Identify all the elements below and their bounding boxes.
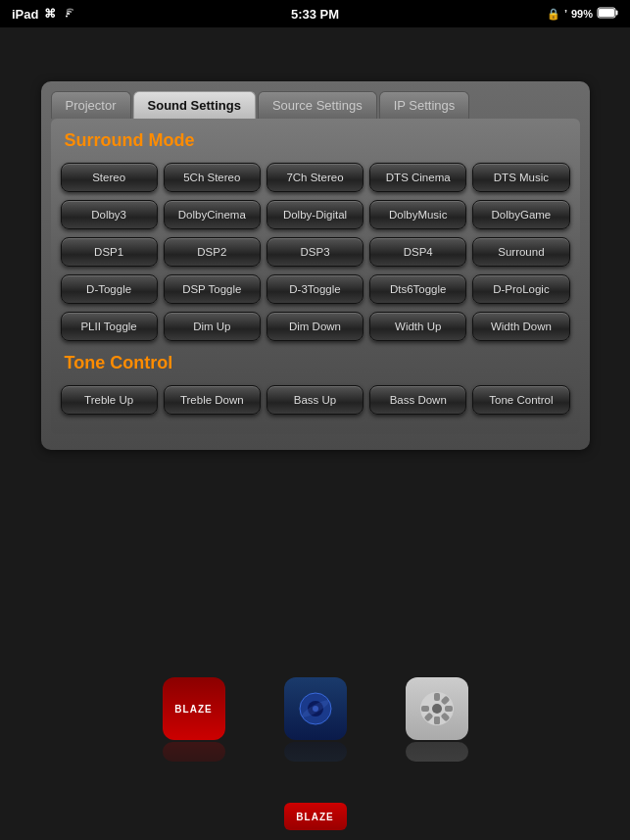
btn-bass-down[interactable]: Bass Down — [369, 385, 466, 415]
btn-bass-up[interactable]: Bass Up — [267, 385, 363, 415]
status-bar: iPad ⌘ 5:33 PM 🔒 ’ 99% — [0, 0, 630, 27]
status-right: 🔒 ’ 99% — [547, 7, 618, 21]
blaze-label: BLAZE — [174, 704, 212, 715]
btn-d3-toggle[interactable]: D-3Toggle — [267, 274, 363, 304]
tab-ip-settings[interactable]: IP Settings — [379, 91, 470, 119]
tab-source-settings[interactable]: Source Settings — [258, 91, 377, 119]
button-row-2: Dolby3 DolbyCinema Dolby-Digital DolbyMu… — [61, 200, 570, 229]
btn-width-down[interactable]: Width Down — [472, 312, 569, 341]
wifi-icon: ⌘ — [44, 7, 73, 21]
btn-dim-down[interactable]: Dim Down — [267, 312, 363, 341]
svg-point-9 — [432, 704, 442, 714]
btn-d-toggle[interactable]: D-Toggle — [61, 274, 158, 304]
svg-rect-3 — [616, 11, 618, 16]
svg-rect-10 — [434, 693, 440, 701]
btn-treble-down[interactable]: Treble Down — [164, 385, 261, 415]
home-bar: BLAZE — [284, 803, 347, 830]
lock-icon: 🔒 — [547, 8, 560, 21]
btn-dts-music[interactable]: DTS Music — [472, 163, 569, 192]
main-content: Projector Sound Settings Source Settings… — [0, 27, 630, 840]
tab-sound-settings[interactable]: Sound Settings — [133, 91, 256, 119]
bluray-app-icon[interactable] — [284, 677, 347, 762]
btn-width-up[interactable]: Width Up — [369, 312, 466, 341]
status-left: iPad ⌘ — [12, 7, 73, 22]
battery-icon — [597, 7, 618, 21]
bluetooth-icon: ’ — [564, 8, 567, 20]
btn-5ch-stereo[interactable]: 5Ch Stereo — [164, 163, 261, 192]
btn-dolby3[interactable]: Dolby3 — [61, 200, 158, 229]
btn-dsp1[interactable]: DSP1 — [61, 237, 158, 267]
blaze-icon[interactable]: BLAZE — [163, 677, 225, 740]
bluray-icon[interactable] — [284, 677, 347, 740]
button-row-4: D-Toggle DSP Toggle D-3Toggle Dts6Toggle… — [61, 274, 570, 304]
svg-point-0 — [66, 16, 68, 18]
btn-d-prologic[interactable]: D-ProLogic — [472, 274, 569, 304]
gear-icon[interactable] — [406, 677, 468, 740]
btn-dsp-toggle[interactable]: DSP Toggle — [164, 274, 261, 304]
btn-dsp2[interactable]: DSP2 — [164, 237, 261, 267]
button-row-1: Stereo 5Ch Stereo 7Ch Stereo DTS Cinema … — [61, 163, 570, 192]
btn-treble-up[interactable]: Treble Up — [61, 385, 158, 415]
btn-dts-cinema[interactable]: DTS Cinema — [369, 163, 466, 192]
btn-dts6-toggle[interactable]: Dts6Toggle — [369, 274, 466, 304]
btn-stereo[interactable]: Stereo — [61, 163, 158, 192]
svg-rect-15 — [434, 716, 440, 724]
svg-rect-2 — [599, 9, 614, 17]
button-row-5: PLII Toggle Dim Up Dim Down Width Up Wid… — [61, 312, 570, 341]
btn-dolby-digital[interactable]: Dolby-Digital — [267, 200, 363, 229]
blaze-app-icon[interactable]: BLAZE — [163, 677, 225, 762]
tab-projector[interactable]: Projector — [51, 91, 131, 119]
svg-rect-13 — [445, 706, 453, 712]
btn-7ch-stereo[interactable]: 7Ch Stereo — [267, 163, 363, 192]
tab-bar: Projector Sound Settings Source Settings… — [41, 81, 590, 119]
battery-percentage: 99% — [571, 8, 593, 20]
dock-area: BLAZE — [0, 677, 630, 762]
btn-dolby-game[interactable]: DolbyGame — [472, 200, 569, 229]
btn-dsp4[interactable]: DSP4 — [369, 237, 466, 267]
surround-mode-title: Surround Mode — [61, 130, 570, 151]
tone-control-title: Tone Control — [61, 353, 570, 373]
home-button-label: BLAZE — [296, 812, 333, 822]
btn-dsp3[interactable]: DSP3 — [267, 237, 363, 267]
panel-body: Surround Mode Stereo 5Ch Stereo 7Ch Ster… — [51, 119, 580, 434]
btn-dim-up[interactable]: Dim Up — [164, 312, 261, 341]
settings-app-icon[interactable] — [406, 677, 468, 762]
device-label: iPad — [12, 7, 38, 22]
btn-plii-toggle[interactable]: PLII Toggle — [61, 312, 158, 341]
settings-panel: Projector Sound Settings Source Settings… — [41, 81, 590, 450]
home-button[interactable]: BLAZE — [284, 803, 347, 830]
button-row-6: Treble Up Treble Down Bass Up Bass Down … — [61, 385, 570, 415]
btn-surround[interactable]: Surround — [472, 237, 569, 267]
btn-dolby-cinema[interactable]: DolbyCinema — [164, 200, 261, 229]
svg-rect-17 — [421, 706, 429, 712]
button-row-3: DSP1 DSP2 DSP3 DSP4 Surround — [61, 237, 570, 267]
btn-tone-control[interactable]: Tone Control — [472, 385, 569, 415]
btn-dolby-music[interactable]: DolbyMusic — [369, 200, 466, 229]
status-time: 5:33 PM — [291, 7, 339, 22]
